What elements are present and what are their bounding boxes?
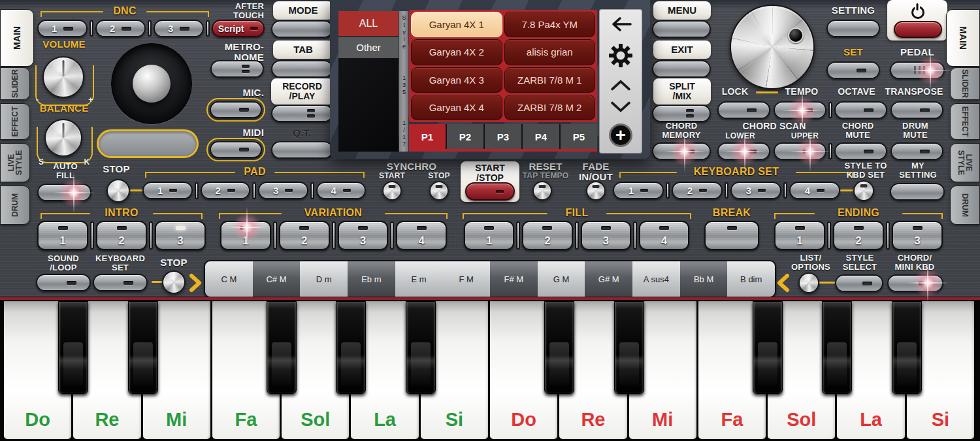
sidebar-tab-slider[interactable]: SLIDER — [950, 67, 980, 100]
style-item[interactable]: Garyan 4X 2 — [411, 39, 502, 65]
fade-knob[interactable] — [586, 181, 606, 201]
black-key[interactable] — [614, 301, 644, 394]
filter-all[interactable]: ALL — [338, 11, 399, 36]
mic-button[interactable] — [210, 101, 262, 118]
chord-mini-kbd-button[interactable] — [887, 274, 943, 292]
style-item[interactable]: Garyan 4X 3 — [411, 67, 502, 93]
chord-key[interactable]: C M — [205, 261, 253, 297]
dnc-button-3[interactable]: 3 — [154, 20, 204, 37]
sidebar-tab-live-style[interactable]: LIVE STYLE — [950, 143, 980, 182]
variation-button-3[interactable]: 3 — [338, 221, 389, 250]
qt-button[interactable] — [271, 141, 333, 159]
transpose-button[interactable] — [890, 101, 943, 119]
variation-button-4[interactable]: 4 — [396, 221, 447, 250]
keyboard-set-button-2[interactable]: 2 — [672, 182, 723, 199]
intro-button-3[interactable]: 3 — [155, 221, 206, 250]
reset-tap-tempo-knob[interactable] — [532, 181, 552, 201]
fill-button-4[interactable]: 4 — [639, 221, 689, 250]
balance-knob[interactable] — [44, 119, 82, 157]
set-button[interactable] — [826, 61, 880, 79]
style-item[interactable]: ZARBI 7/8 M 1 — [504, 67, 596, 93]
exit-button[interactable] — [652, 60, 711, 78]
chord-key[interactable]: A sus4 — [632, 261, 680, 297]
black-key[interactable] — [544, 301, 574, 394]
chord-key[interactable]: F# M — [490, 261, 538, 297]
style-item[interactable]: Garyan 4X 1 — [411, 12, 502, 37]
pad-button-1[interactable]: 1 — [142, 182, 193, 199]
tab-button[interactable] — [271, 60, 333, 78]
chevron-down-icon[interactable] — [610, 101, 631, 113]
chord-mute-button[interactable] — [834, 142, 887, 160]
chord-scan-upper-button[interactable] — [774, 142, 826, 160]
tempo-button[interactable] — [774, 101, 826, 119]
record-play-tab[interactable]: RECORD /PLAY — [271, 78, 333, 105]
variation-button-2[interactable]: 2 — [279, 221, 330, 250]
chevron-left-icon[interactable] — [776, 273, 791, 293]
black-key[interactable] — [822, 301, 852, 394]
keyboard-set-button-3[interactable]: 3 — [730, 182, 781, 199]
add-icon[interactable]: + — [609, 123, 632, 147]
fill-button-3[interactable]: 3 — [581, 221, 631, 250]
start-stop-button[interactable] — [465, 182, 515, 201]
sidebar-tab-drum[interactable]: DRUM — [0, 186, 30, 225]
auto-fill-button[interactable] — [37, 184, 91, 201]
fill-button-1[interactable]: 1 — [464, 221, 514, 250]
sidebar-tab-slider[interactable]: SLIDER — [0, 67, 30, 100]
menu-button[interactable] — [652, 20, 711, 38]
page-tab-p5[interactable]: P5 — [561, 124, 597, 149]
sidebar-tab-drum[interactable]: DRUM — [950, 186, 980, 225]
chevron-right-icon[interactable] — [188, 273, 203, 293]
chord-key[interactable]: G# M — [585, 261, 632, 297]
ending-button-2[interactable]: 2 — [833, 221, 884, 250]
chord-key[interactable]: G M — [538, 261, 585, 297]
chord-key[interactable]: D m — [300, 261, 348, 297]
volume-knob[interactable] — [42, 56, 84, 98]
black-key[interactable] — [58, 301, 88, 394]
mode-button[interactable] — [271, 20, 333, 38]
tab-tab[interactable]: TAB — [273, 41, 333, 59]
joystick-ball[interactable] — [133, 65, 171, 103]
dnc-button-1[interactable]: 1 — [37, 20, 88, 37]
synchro-start-knob[interactable] — [382, 181, 402, 201]
intro-button-1[interactable]: 1 — [37, 221, 88, 250]
midi-button[interactable] — [210, 141, 262, 158]
variation-button-1[interactable]: 1 — [220, 221, 271, 250]
synchro-stop-knob[interactable] — [429, 181, 449, 201]
chord-key[interactable]: B dim — [727, 261, 775, 297]
ending-button-1[interactable]: 1 — [774, 221, 825, 250]
black-key[interactable] — [336, 301, 366, 394]
sidebar-tab-live-style[interactable]: LIVE STYLE — [0, 143, 30, 182]
tempo-knob[interactable] — [730, 5, 815, 90]
page-tab-p2[interactable]: P2 — [447, 124, 483, 149]
style-to-kbd-knob[interactable] — [853, 180, 874, 201]
chord-key[interactable]: F M — [442, 261, 490, 297]
bottom-stop-knob[interactable] — [162, 270, 186, 294]
style-item[interactable]: 7.8 Pa4x YM — [504, 12, 596, 37]
pitch-joystick[interactable] — [111, 43, 192, 124]
black-key[interactable] — [892, 301, 922, 394]
chord-memory-button[interactable] — [652, 142, 711, 160]
chord-key[interactable]: Eb m — [348, 261, 395, 297]
pad-button-4[interactable]: 4 — [316, 182, 367, 199]
chord-key[interactable]: C# M — [253, 261, 301, 297]
pad-button-3[interactable]: 3 — [258, 182, 308, 199]
dnc-button-2[interactable]: 2 — [95, 20, 146, 37]
page-tab-p3[interactable]: P3 — [485, 124, 521, 149]
black-key[interactable] — [267, 301, 297, 394]
gear-icon[interactable] — [608, 43, 633, 68]
black-key[interactable] — [753, 301, 783, 394]
my-setting-button[interactable] — [890, 183, 945, 201]
setting-button[interactable] — [826, 20, 880, 37]
mode-tab[interactable]: MODE — [273, 1, 333, 20]
chord-scan-lower-button[interactable] — [717, 142, 770, 160]
sidebar-tab-main[interactable]: MAIN — [0, 9, 34, 67]
metronome-button[interactable] — [210, 60, 264, 78]
pedal-button[interactable] — [890, 61, 945, 79]
page-tab-p4[interactable]: P4 — [523, 124, 559, 149]
keyboard-set-bottom-button[interactable] — [93, 274, 148, 291]
style-item[interactable]: alisis grian — [504, 39, 596, 65]
black-key[interactable] — [128, 301, 158, 394]
ending-button-3[interactable]: 3 — [892, 221, 943, 250]
back-arrow-icon[interactable] — [609, 16, 632, 33]
drum-mute-button[interactable] — [890, 142, 943, 160]
